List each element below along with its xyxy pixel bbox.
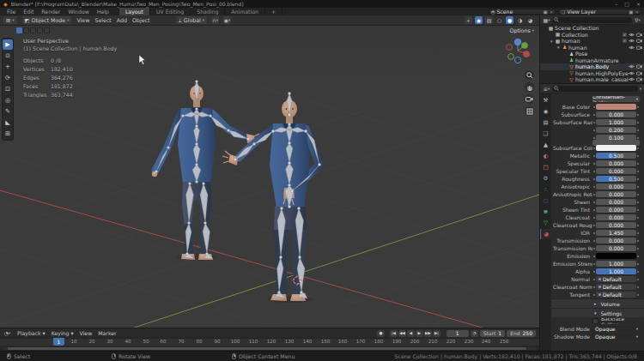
keyframe-dot[interactable] [593,137,595,139]
transport-button[interactable]: ▶| [433,330,440,337]
close-button[interactable]: × [636,1,641,7]
tool-button[interactable]: ⊙ [3,51,13,61]
render-camera-icon[interactable] [636,77,642,81]
keyframe-dot[interactable] [637,194,639,196]
transport-button[interactable]: ◀◀ [398,330,406,337]
render-camera-icon[interactable] [636,64,642,69]
navigation-gizmo[interactable] [503,36,532,65]
keyframe-dot[interactable] [593,202,595,203]
pan-hand-icon[interactable] [525,82,534,92]
viewport-3d[interactable]: ▶⊙+⟳⊡◎✎◣⊞ User Perspective (1) Scene Col… [0,26,539,328]
viewport-toggle-icon[interactable]: ◕ [526,16,534,24]
property-value-field[interactable]: 0.000 [596,199,636,206]
keyframe-dot[interactable] [593,294,595,296]
select-mode-invert[interactable] [37,27,43,33]
property-value-field[interactable]: 0.500 [596,153,636,159]
tool-button[interactable]: ⟳ [3,73,13,83]
viewport-menu-item[interactable]: Add [117,17,127,23]
tool-button[interactable]: ▶ [3,39,13,50]
workspace-tab[interactable]: Layout [119,8,150,15]
keyframe-dot[interactable] [637,171,639,172]
property-row[interactable]: Alpha 1.000 [551,268,644,275]
property-row[interactable]: Subsurface Radius 1.000 [551,118,644,126]
property-row[interactable]: Transmission Ro... 0.000 [551,244,644,252]
property-value-field[interactable]: 0.500 [596,176,636,183]
axis-y-negative[interactable] [508,54,514,60]
property-row[interactable]: Sheen Tint 0.000 [551,206,644,214]
property-value-field[interactable] [596,104,636,111]
select-mode-intersect[interactable] [44,27,50,33]
maximize-button[interactable]: □ [624,1,629,7]
viewport-toggle-icon[interactable]: ▨ [485,16,493,24]
unlink-scene-icon[interactable]: × [550,9,554,15]
playhead[interactable]: 1 [53,338,64,346]
transport-button[interactable]: |◀ [390,330,398,337]
property-row[interactable]: Tangent Default [551,291,644,298]
keyframe-dot[interactable] [637,225,639,226]
property-row[interactable]: Clearcoat Normal Default [551,283,644,291]
keyframe-dot[interactable] [593,194,595,196]
hide-eye-icon[interactable] [629,45,635,50]
property-value-field[interactable]: Opaque [592,326,640,333]
keyframe-dot[interactable] [593,155,595,157]
tool-button[interactable]: ◣ [3,117,13,128]
timeline-editor-icon[interactable]: ◔▾ [3,329,11,337]
property-value-field[interactable]: Opaque [592,334,640,340]
outliner-filter-icon[interactable]: ∇▾ [634,16,641,24]
keyframe-dot[interactable] [637,137,639,139]
property-row[interactable]: Sheen 0.000 [551,198,644,206]
collection-checkbox[interactable]: ✓ [623,39,627,43]
property-row[interactable]: Subsurface Color [551,144,644,152]
mode-dropdown[interactable]: ◩ Object Mode▾ [22,16,72,24]
select-mode-subtract[interactable] [30,27,36,33]
menu-item[interactable]: Render [41,9,60,15]
keyframe-dot[interactable] [593,225,595,226]
remove-view-layer-icon[interactable]: × [635,9,639,15]
keyframe-dot[interactable] [593,232,595,234]
timeline-menu-item[interactable]: Marker [98,330,116,336]
keyframe-dot[interactable] [593,271,595,273]
keyframe-dot[interactable] [637,155,639,157]
properties-tab[interactable]: ◌ [540,196,551,206]
outliner-row[interactable]: ▾ ▦ human ✓ [540,38,644,45]
outliner-row[interactable]: ▽ human.HighPolyEyes ✓ [540,70,644,77]
transport-button[interactable]: ▶▶ [424,330,432,337]
options-dropdown[interactable]: Options▾ [509,27,534,33]
transport-button[interactable]: ▶ [416,330,423,337]
viewport-menu-item[interactable]: View [76,17,89,23]
property-row[interactable]: 0.200 [551,126,644,134]
properties-tab[interactable]: ▽ [540,218,551,228]
property-row[interactable]: Specular 0.000 [551,159,644,167]
workspace-tab[interactable]: Animation [225,8,265,15]
keying-set-icon[interactable]: ◔ [471,330,478,337]
scene-selector[interactable]: ◓ Scene ▣ × [489,9,556,15]
snap-magnet-icon[interactable]: ∩▾ [211,16,219,24]
property-row[interactable]: Emission Strength 1.000 [551,260,644,268]
property-value-field[interactable]: 0.000 [596,191,636,198]
menu-item[interactable]: Window [68,9,88,15]
property-value-field[interactable]: ▸ Volume [594,300,640,307]
property-value-field[interactable]: 0.000 [596,160,636,167]
axis-x-positive[interactable] [523,51,530,57]
properties-filter-icon[interactable]: ▾ [640,87,641,91]
keyframe-dot[interactable] [637,286,639,288]
property-value-field[interactable]: Default [596,284,636,291]
keyframe-dot[interactable] [593,248,595,250]
keyframe-dot[interactable] [637,122,639,123]
render-camera-icon[interactable] [636,39,642,43]
keyframe-dot[interactable] [593,240,595,242]
keyframe-dot[interactable] [593,217,595,219]
property-value-field[interactable]: Default [596,276,636,283]
property-row[interactable]: Subsurface 0.000 [551,111,644,118]
render-camera-icon[interactable] [636,71,642,75]
keyframe-dot[interactable] [637,129,639,131]
properties-tab[interactable]: ◐ [540,151,551,161]
keyframe-dot[interactable] [593,163,595,165]
viewport-toggle-icon[interactable]: ◑ [516,16,524,24]
collection-checkbox[interactable]: ✓ [623,33,627,37]
properties-tab[interactable]: ▤ [540,117,551,128]
property-row[interactable]: Clearcoat 0.000 [551,214,644,221]
viewport-toggle-icon[interactable]: ○ [495,16,503,24]
keyframe-dot[interactable] [637,232,639,234]
workspace-tab[interactable]: + [265,8,283,15]
